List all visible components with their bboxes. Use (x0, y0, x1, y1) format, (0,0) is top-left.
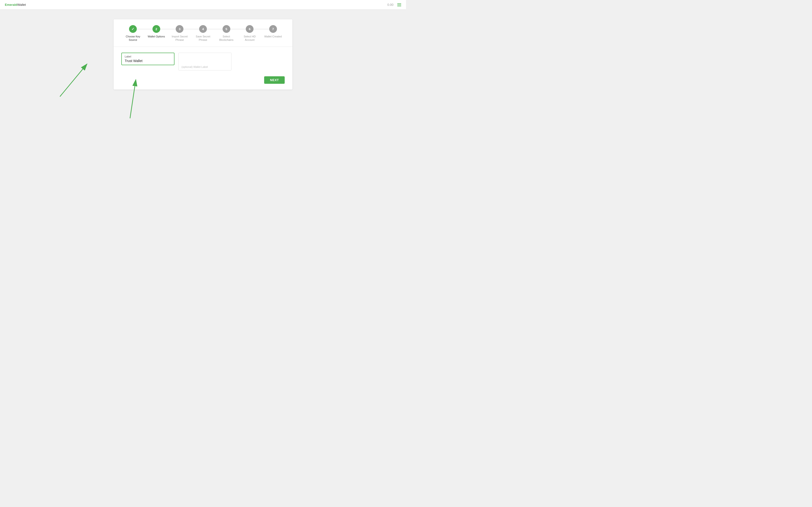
step-7-circle: 7 (269, 25, 277, 33)
step-7-number: 7 (272, 27, 274, 31)
fields-row: Label Trust Wallet (optional) Wallet Lab… (121, 53, 285, 70)
menu-line-2 (397, 5, 401, 5)
wizard-body: Label Trust Wallet (optional) Wallet Lab… (114, 47, 292, 76)
step-3-circle: 3 (176, 25, 184, 33)
step-6: 6 Select HD Account (238, 25, 261, 42)
menu-button[interactable] (397, 3, 401, 6)
label-field-value: Trust Wallet (125, 59, 171, 63)
wizard-footer: NEXT (114, 76, 292, 90)
step-7-label: Wallet Created (264, 35, 282, 38)
step-6-number: 6 (249, 27, 251, 31)
menu-line-1 (397, 3, 401, 4)
step-6-circle: 6 (246, 25, 254, 33)
step-4-label: Save Secret Phrase (193, 35, 213, 42)
step-1: Choose Key Source (121, 25, 145, 42)
step-6-label: Select HD Account (240, 35, 259, 42)
balance-display: 0.00 (388, 3, 394, 6)
logo-emerald: Emerald (5, 3, 17, 6)
optional-placeholder: (optional) Wallet Label (182, 65, 229, 68)
logo-wallet: Wallet (17, 3, 26, 6)
step-4-number: 4 (202, 27, 204, 31)
step-1-check (132, 27, 134, 31)
wizard-card: Choose Key Source 2 Wallet Options 3 Imp… (114, 19, 292, 90)
step-2-circle: 2 (152, 25, 160, 33)
step-5: 5 Select Blockchains (215, 25, 238, 42)
step-5-number: 5 (225, 27, 227, 31)
menu-line-3 (397, 6, 401, 6)
step-2-label: Wallet Options (148, 35, 165, 38)
app-header: Emerald Wallet 0.00 (0, 0, 406, 10)
step-3-label: Import Secret Phrase (170, 35, 189, 42)
stepper: Choose Key Source 2 Wallet Options 3 Imp… (114, 19, 292, 47)
main-content: Choose Key Source 2 Wallet Options 3 Imp… (0, 10, 406, 99)
label-field[interactable]: Label Trust Wallet (121, 53, 174, 65)
step-5-circle: 5 (222, 25, 230, 33)
step-1-label: Choose Key Source (123, 35, 143, 42)
step-1-circle (129, 25, 137, 33)
step-5-label: Select Blockchains (217, 35, 236, 42)
step-2-number: 2 (155, 27, 157, 31)
optional-label-field[interactable]: (optional) Wallet Label (179, 53, 232, 70)
step-2: 2 Wallet Options (145, 25, 168, 38)
label-field-label: Label (125, 55, 171, 58)
step-3-number: 3 (179, 27, 181, 31)
app-logo: Emerald Wallet (5, 3, 26, 6)
step-4: 4 Save Secret Phrase (191, 25, 215, 42)
next-button[interactable]: NEXT (264, 76, 285, 84)
header-right: 0.00 (388, 3, 401, 6)
step-7: 7 Wallet Created (261, 25, 285, 38)
step-4-circle: 4 (199, 25, 207, 33)
step-3: 3 Import Secret Phrase (168, 25, 191, 42)
